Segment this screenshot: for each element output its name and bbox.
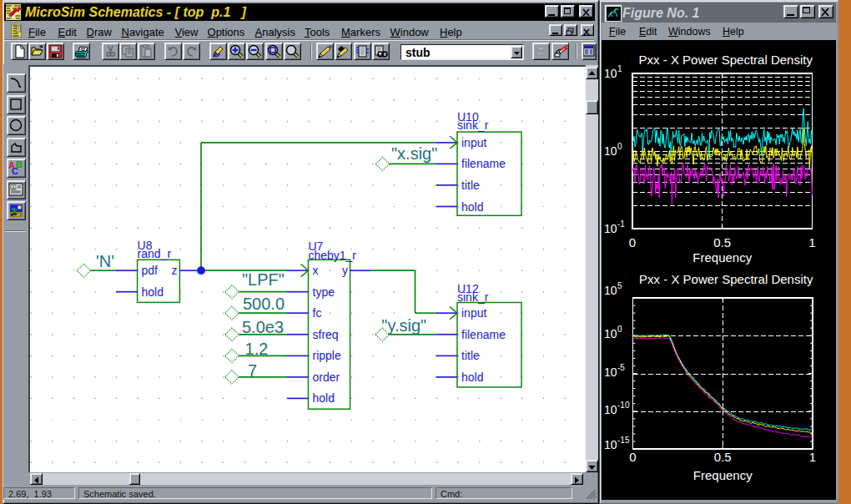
svg-text:0.5: 0.5 xyxy=(713,235,731,249)
svg-text:0: 0 xyxy=(629,450,636,464)
svg-text:10: 10 xyxy=(604,327,617,340)
svg-text:1: 1 xyxy=(617,64,622,73)
svg-text:10: 10 xyxy=(604,67,617,80)
svg-text:input: input xyxy=(461,136,486,149)
svg-text:sink_r: sink_r xyxy=(457,290,489,304)
svg-text:500.0: 500.0 xyxy=(243,295,285,313)
svg-text:0: 0 xyxy=(617,142,622,151)
svg-text:10: 10 xyxy=(604,365,617,379)
svg-text:ripple: ripple xyxy=(313,349,341,362)
svg-text:5: 5 xyxy=(617,281,622,290)
svg-text:hold: hold xyxy=(142,285,164,299)
svg-text:x: x xyxy=(313,264,319,277)
svg-text:title: title xyxy=(461,349,480,362)
svg-text:Frequency: Frequency xyxy=(693,468,753,482)
svg-text:1: 1 xyxy=(809,450,816,464)
svg-text:rand_r: rand_r xyxy=(138,247,172,260)
svg-text:10: 10 xyxy=(604,403,617,416)
svg-text:Pxx - X Power Spectral Density: Pxx - X Power Spectral Density xyxy=(639,53,813,67)
svg-text:pdf: pdf xyxy=(142,264,159,277)
svg-text:hold: hold xyxy=(313,391,335,405)
svg-text:C: C xyxy=(12,166,18,176)
svg-text:order: order xyxy=(313,370,340,384)
svg-text:cr: cr xyxy=(17,212,21,217)
svg-text:"LPF": "LPF" xyxy=(242,270,285,289)
svg-text:filename: filename xyxy=(461,328,506,341)
svg-text:A: A xyxy=(12,185,15,190)
svg-text:y: y xyxy=(342,264,348,277)
svg-text:type: type xyxy=(313,285,335,299)
svg-text:"x.sig": "x.sig" xyxy=(391,144,437,163)
svg-text:5.0e3: 5.0e3 xyxy=(242,318,284,336)
svg-text:hold: hold xyxy=(461,200,483,214)
svg-text:fc: fc xyxy=(313,306,322,320)
svg-text:1: 1 xyxy=(808,235,815,249)
svg-text:hold: hold xyxy=(461,370,483,384)
svg-text:-10: -10 xyxy=(617,401,630,410)
svg-text:-1: -1 xyxy=(617,219,625,229)
svg-text:filename: filename xyxy=(461,157,506,170)
svg-text:7: 7 xyxy=(248,361,257,380)
svg-text:0: 0 xyxy=(629,235,636,249)
svg-text:10: 10 xyxy=(604,222,617,235)
svg-text:1.2: 1.2 xyxy=(245,340,269,358)
svg-text:title: title xyxy=(461,179,480,192)
svg-text:10: 10 xyxy=(604,284,617,297)
svg-text:0: 0 xyxy=(617,325,622,334)
svg-text:sink_r: sink_r xyxy=(457,118,489,132)
svg-text:Frequency: Frequency xyxy=(692,250,752,265)
svg-text:input: input xyxy=(461,306,486,320)
svg-text:"y.sig": "y.sig" xyxy=(381,316,426,335)
svg-text:cheby1_r: cheby1_r xyxy=(308,249,356,262)
svg-text:0.5: 0.5 xyxy=(714,450,732,464)
svg-text:Pxx - X Power Spectral Density: Pxx - X Power Spectral Density xyxy=(639,272,813,286)
svg-text:-15: -15 xyxy=(617,436,630,445)
svg-text:'N': 'N' xyxy=(96,252,114,270)
svg-text:10: 10 xyxy=(604,144,617,158)
svg-text:10: 10 xyxy=(604,438,617,451)
svg-text:-5: -5 xyxy=(617,363,625,372)
svg-text:sfreq: sfreq xyxy=(313,328,339,341)
svg-text:z: z xyxy=(172,264,178,277)
